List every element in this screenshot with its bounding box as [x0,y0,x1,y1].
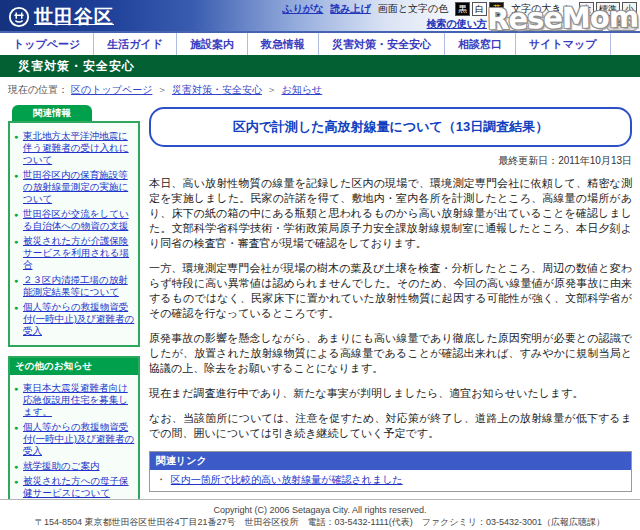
breadcrumb-link-home[interactable]: 区のトップページ [71,84,152,95]
footer: Copyright (C) 2006 Setagaya City. All ri… [0,499,640,530]
bullet-icon: ● [14,461,18,473]
sidebar-related-list: ● 東北地方太平洋沖地震に伴う避難者の受け入れについて ● 世田谷区内の保育施設… [10,123,138,345]
sidebar-list-item: ● 世田谷区内の保育施設等の放射線量測定の実施について [14,169,135,205]
sidebar-link[interactable]: ２３区内清掃工場の放射能測定結果等について [23,274,128,297]
accessibility-toolbar: ふりがな 読み上げ 画面と文字の色 黒 白 黄 文字の大きさ 大 標準 小 [282,2,637,16]
color-scheme-buttons: 黒 白 黄 [455,2,504,16]
article-title: 区内で計測した高放射線量について（13日調査結果） [149,107,632,147]
color-white-button[interactable]: 白 [472,2,487,16]
font-size-normal-button[interactable]: 標準 [596,2,620,16]
search-help-link[interactable]: 検索の使い方 [427,17,487,31]
global-nav-item: 救急情報 [248,33,319,55]
sidebar-list-item: ● 個人等からの救援物資受付(一時中止)及び避難者の受入 [14,301,135,337]
sidebar-list-item: ● 東日本大震災避難者向け応急仮設用住宅を募集します。 [14,382,135,418]
sidebar-list-item: ● 個人等からの救援物資受付(一時中止)及び避難者の受入 [14,421,135,457]
global-nav-item: トップページ [0,33,94,55]
sidebar-link[interactable]: 被災された方への母子保健サービスについて [23,475,129,498]
search-bar: 検索の使い方 検索 [427,16,637,31]
breadcrumb: 現在の位置： 区のトップページ ＞ 災害対策・安全安心 ＞ お知らせ [0,77,640,101]
article-paragraph: 一方、環境測定専門会社が現場の樹木の葉及び土壌を検査・分析したところ、周辺の数値… [149,261,632,321]
site-title: 世田谷区 [34,4,114,30]
article-paragraph: なお、当該箇所については、注意を促すため、対応策が終了し、道路上の放射線量が低下… [149,411,632,441]
global-nav-link[interactable]: サイトマップ [516,33,611,55]
footer-copyright: Copyright (C) 2006 Setagaya City. All ri… [0,504,640,516]
article-paragraph: 本日、高い放射性物質の線量を記録した区内の現場で、環境測定専門会社に依頼して、精… [149,176,632,251]
related-links-body: ・ 区内一箇所で比較的高い放射線量が確認されました [150,470,631,491]
sidebar-related-info-tab: 関連情報 [12,105,92,121]
article-body: 本日、高い放射性物質の線量を記録した区内の現場で、環境測定専門会社に依頼して、精… [149,176,632,441]
global-nav-item: 生活ガイド [94,33,177,55]
global-nav-link[interactable]: 救急情報 [248,33,319,55]
sidebar-list-item: ● 世田谷区が交流をしている自治体への物資の支援 [14,208,135,232]
furigana-link[interactable]: ふりがな [282,2,323,16]
color-yellow-button[interactable]: 黄 [489,2,504,16]
last-updated: 最終更新日：2011年10月13日 [149,154,632,168]
bullet-icon: ● [14,422,18,434]
content: 関連情報 ● 東北地方太平洋沖地震に伴う避難者の受け入れについて ● 世田谷区内… [0,101,640,530]
font-size-large-button[interactable]: 大 [579,2,594,16]
article-paragraph: 原発事故の影響を懸念しながら、あまりにも高い線量であり徹底した原因究明が必要との… [149,331,632,376]
search-button[interactable]: 検索 [607,16,637,31]
breadcrumb-link-section[interactable]: 災害対策・安全安心 [172,84,262,95]
global-nav-link[interactable]: 施設案内 [177,33,248,55]
bullet-icon: ● [14,476,18,488]
global-nav: トップページ 生活ガイド 施設案内 救急情報 災害対策・安全安心 相談窓口 サイ… [0,33,640,55]
global-nav-item: 施設案内 [177,33,248,55]
sidebar-other-news-header: その他のお知らせ [10,358,138,375]
sidebar-list-item: ● 東北地方太平洋沖地震に伴う避難者の受け入れについて [14,130,135,166]
bullet-icon: ● [14,302,18,314]
global-nav-item: サイトマップ [516,33,611,55]
bullet-icon: ● [14,209,18,221]
font-size-small-button[interactable]: 小 [622,2,637,16]
related-links-box: 関連リンク ・ 区内一箇所で比較的高い放射線量が確認されました [149,451,632,492]
sidebar-link[interactable]: 東日本大震災避難者向け応急仮設用住宅を募集します。 [23,382,128,417]
breadcrumb-label: 現在の位置： [8,84,68,95]
sidebar-link[interactable]: 就学援助のご案内 [23,460,99,471]
bullet-icon: ● [14,170,18,182]
setagaya-logo-icon [8,6,30,28]
sidebar-link[interactable]: 個人等からの救援物資受付(一時中止)及び避難者の受入 [23,421,134,456]
sidebar-list-item: ● ２３区内清掃工場の放射能測定結果等について [14,274,135,298]
global-nav-item: 災害対策・安全安心 [319,33,445,55]
site-header: 世田谷区 ふりがな 読み上げ 画面と文字の色 黒 白 黄 文字の大きさ 大 標準… [0,0,640,33]
color-scheme-label: 画面と文字の色 [378,2,448,16]
article-paragraph: 現在まだ調査進行中であり、新たな事実が判明しましたら、適宜お知らせいたします。 [149,386,632,401]
sidebar-list-item: ● 被災された方が介護保険サービスを利用される場合 [14,235,135,271]
bullet-icon: ● [14,131,18,143]
font-size-buttons: 大 標準 小 [579,2,637,16]
bullet-icon: ● [14,275,18,287]
related-link-row: ・ 区内一箇所で比較的高い放射線量が確認されました [156,473,625,487]
list-dot-icon: ・ [156,474,166,485]
font-size-label: 文字の大きさ [511,2,572,16]
color-black-button[interactable]: 黒 [455,2,470,16]
breadcrumb-separator: ＞ [267,84,277,95]
search-input[interactable] [491,17,603,31]
section-banner: 災害対策・安全安心 [0,55,640,77]
sidebar-related-info-box: ● 東北地方太平洋沖地震に伴う避難者の受け入れについて ● 世田谷区内の保育施設… [8,121,140,347]
sidebar-link[interactable]: 世田谷区内の保育施設等の放射線量測定の実施について [23,169,128,204]
read-aloud-link[interactable]: 読み上げ [330,2,370,16]
global-nav-link[interactable]: 相談窓口 [445,33,516,55]
global-nav-link[interactable]: 生活ガイド [94,33,177,55]
page: 世田谷区 ふりがな 読み上げ 画面と文字の色 黒 白 黄 文字の大きさ 大 標準… [0,0,640,530]
sidebar-link[interactable]: 個人等からの救援物資受付(一時中止)及び避難者の受入 [23,301,134,336]
site-logo[interactable]: 世田谷区 [8,4,114,30]
bullet-icon: ● [14,236,18,248]
sidebar-link[interactable]: 東北地方太平洋沖地震に伴う避難者の受け入れについて [23,130,129,165]
related-link[interactable]: 区内一箇所で比較的高い放射線量が確認されました [171,474,403,485]
global-nav-item: 相談窓口 [445,33,516,55]
sidebar: 関連情報 ● 東北地方太平洋沖地震に伴う避難者の受け入れについて ● 世田谷区内… [8,105,140,530]
global-nav-link[interactable]: トップページ [0,33,94,55]
related-links-header: 関連リンク [150,452,631,470]
sidebar-list-item: ● 被災された方への母子保健サービスについて [14,475,135,499]
breadcrumb-link-news[interactable]: お知らせ [282,84,323,95]
sidebar-link[interactable]: 被災された方が介護保険サービスを利用される場合 [23,235,129,270]
bullet-icon: ● [14,383,18,395]
sidebar-link[interactable]: 世田谷区が交流をしている自治体への物資の支援 [23,208,129,231]
main-article: 区内で計測した高放射線量について（13日調査結果） 最終更新日：2011年10月… [140,105,636,530]
sidebar-list-item: ● 就学援助のご案内 [14,460,135,472]
footer-address: 〒154-8504 東京都世田谷区世田谷4丁目21番27号 世田谷区役所 電話：… [0,516,640,528]
global-nav-link[interactable]: 災害対策・安全安心 [319,33,445,55]
breadcrumb-separator: ＞ [157,84,167,95]
